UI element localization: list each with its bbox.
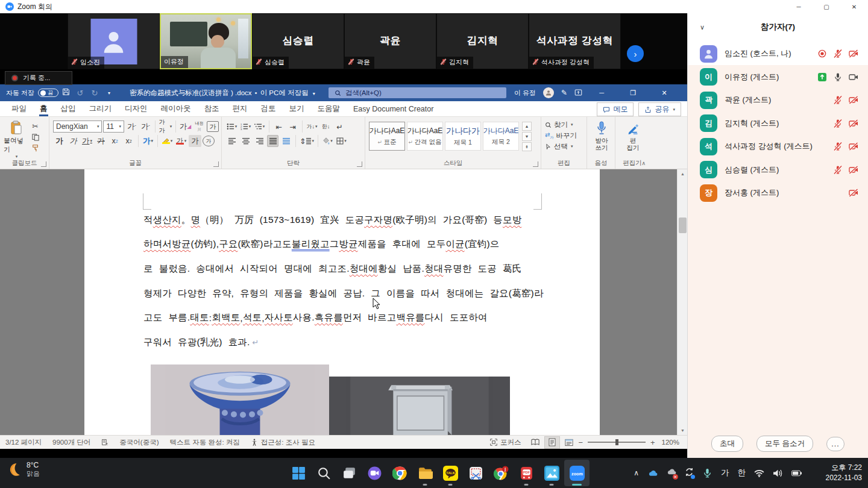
clipboard-dialog-launcher[interactable] <box>41 161 46 167</box>
camera-off-icon[interactable] <box>849 165 858 175</box>
autosave-toggle[interactable]: 자동 저장 끔 <box>6 89 58 98</box>
align-right-button[interactable] <box>253 135 266 147</box>
character-shading-button[interactable]: 가 <box>189 135 201 147</box>
zoom-level[interactable]: 120% <box>656 439 685 446</box>
zoom-slider-knob[interactable] <box>615 439 618 445</box>
zoom-in-icon[interactable]: + <box>650 438 655 447</box>
recording-indicator-icon[interactable] <box>817 49 827 58</box>
line-spacing-button[interactable]: ⇕▾ <box>299 135 315 147</box>
styles-scroll-up-icon[interactable]: ▲ <box>522 122 532 131</box>
mic-muted-icon[interactable] <box>833 119 843 128</box>
font-dialog-launcher[interactable] <box>213 161 219 167</box>
scrollbar-thumb[interactable] <box>679 217 687 233</box>
next-videos-button[interactable]: › <box>627 45 644 62</box>
quick-access-menu-icon[interactable]: ▾ <box>102 90 116 96</box>
taskbar-app-chat-icon[interactable] <box>362 460 387 486</box>
maximize-icon[interactable]: ▢ <box>813 0 840 13</box>
panel-collapse-icon[interactable]: ∨ <box>700 23 705 31</box>
italic-button[interactable]: 가 <box>67 135 80 147</box>
grow-font-button[interactable]: 가ˆ <box>125 120 138 133</box>
camera-off-icon[interactable] <box>849 49 858 58</box>
close-icon[interactable]: ✕ <box>840 0 868 13</box>
numbering-button[interactable]: 123▾ <box>239 120 252 133</box>
mic-on-icon[interactable] <box>833 72 843 82</box>
camera-on-icon[interactable] <box>849 72 858 82</box>
paragraph-dialog-launcher[interactable] <box>357 161 362 167</box>
word-minimize-icon[interactable]: ─ <box>590 84 614 101</box>
cut-button[interactable]: ✂ <box>29 121 42 131</box>
sync-icon[interactable] <box>685 468 694 479</box>
text-autocomplete-indicator[interactable]: 텍스트 자동 완성: 켜짐 <box>165 438 245 447</box>
shrink-font-button[interactable]: 가ˇ <box>139 120 152 133</box>
focus-mode-button[interactable]: 포커스 <box>485 438 527 447</box>
document-image-white-pot[interactable] <box>329 377 510 435</box>
search-input[interactable]: 검색(Alt+Q) <box>329 87 506 98</box>
tab-홈[interactable]: 홈 <box>33 101 54 116</box>
tab-도움말[interactable]: 도움말 <box>311 101 347 116</box>
weather-widget[interactable]: 8°C 맑음 <box>6 461 40 478</box>
zoom-out-icon[interactable]: − <box>578 438 583 447</box>
paste-button[interactable]: 붙여넣기 ▾ <box>4 120 29 159</box>
word-restore-icon[interactable]: ❐ <box>621 84 645 101</box>
find-button[interactable]: 찾기▾ <box>545 119 584 130</box>
taskbar-app-explorer-icon[interactable] <box>412 460 438 486</box>
dictate-button[interactable]: 받아 쓰기 <box>591 119 612 151</box>
taskbar-app-pdf-icon[interactable]: PDF <box>514 460 539 486</box>
taskbar-app-zoom-icon[interactable]: zoom <box>564 460 590 486</box>
underline-button[interactable]: 가▾ <box>81 135 93 147</box>
document-title[interactable]: 密系的命题模式与标准(汉语拼音 ) .docx•이 PC에 저장됨 ▾ <box>130 89 315 98</box>
taskbar-clock[interactable]: 오후 7:22 2022-11-03 <box>826 463 863 483</box>
tray-mic-icon[interactable] <box>702 468 712 478</box>
document-line[interactable]: 로 불렀음. 송대에서 시작되어 명대에 최고조. 청대에 황실 납품. 청대 … <box>143 257 536 281</box>
format-painter-button[interactable] <box>29 143 42 153</box>
participant-row[interactable]: 임소진 (호스트, 나) <box>688 42 868 66</box>
taskbar-app-chrome-icon[interactable] <box>387 460 412 486</box>
tab-편지[interactable]: 편지 <box>226 101 254 116</box>
tab-검토[interactable]: 검토 <box>254 101 283 116</box>
tab-삽입[interactable]: 삽입 <box>54 101 83 116</box>
accessibility-status[interactable]: 접근성: 조사 필요 <box>245 438 321 447</box>
document-line[interactable]: 적 생산지。 명 （明） 万厉 (1573~1619) 宜兴 도공 구자명(欧子… <box>143 208 536 233</box>
scroll-down-icon[interactable]: ▼ <box>678 426 687 435</box>
style-card[interactable]: 가나다AaE제목 2 <box>483 122 519 151</box>
document-line[interactable]: 구워서 유광(乳光) 효과.↵ <box>143 330 536 355</box>
document-line[interactable]: 고도 부름. 태토: 회백토, 석토, 자사토 사용. 흑유를 먼저 바르고 백… <box>143 305 536 330</box>
document-line[interactable]: 형제가 다양한 유약, 유형의 제품을 황실에 공납. 그 이름을 따서 청대에… <box>143 281 536 306</box>
taskbar-app-photos-icon[interactable] <box>539 460 564 486</box>
more-options-button[interactable]: ... <box>826 437 844 451</box>
wifi-icon[interactable] <box>754 468 764 478</box>
justify-button[interactable] <box>267 135 278 147</box>
participant-row[interactable]: 석석사과정 강성혁 (게스트) <box>688 135 868 158</box>
mic-muted-icon[interactable] <box>833 95 843 105</box>
participant-row[interactable]: 이이유정 (게스트) <box>688 66 868 89</box>
subscript-button[interactable]: x2 <box>108 135 121 147</box>
styles-gallery-more-icon[interactable]: ⇟ <box>522 142 532 151</box>
print-layout-button[interactable] <box>544 436 560 449</box>
share-button[interactable]: 공유 ▾ <box>638 102 681 116</box>
ime-mode-a[interactable]: 가 <box>721 468 729 478</box>
scroll-up-icon[interactable]: ▲ <box>678 169 687 178</box>
participant-row[interactable]: 심심승렬 (게스트) <box>688 158 868 182</box>
borders-button[interactable]: ▾ <box>335 135 348 147</box>
redo-icon[interactable]: ↻ <box>87 89 102 98</box>
strikethrough-button[interactable]: 가 <box>95 135 107 147</box>
account-name[interactable]: 이 유정 <box>514 89 536 98</box>
video-tile[interactable]: 김지혁김지혁 <box>436 13 529 69</box>
save-icon[interactable] <box>58 88 73 98</box>
word-close-icon[interactable]: ✕ <box>652 84 676 101</box>
taskbar-app-snip-icon[interactable] <box>463 460 488 486</box>
proofing-icon[interactable] <box>96 439 114 446</box>
tab-Easy Document Creator[interactable]: Easy Document Creator <box>347 101 440 116</box>
document-image-blue-vase[interactable] <box>151 364 329 435</box>
minimize-icon[interactable]: ─ <box>785 0 813 13</box>
ime-mode-han[interactable]: 한 <box>738 468 746 478</box>
screen-share-icon[interactable] <box>817 72 827 82</box>
mic-muted-icon[interactable] <box>833 142 843 151</box>
increase-indent-button[interactable]: ⇥ <box>286 120 299 133</box>
tab-디자인[interactable]: 디자인 <box>118 101 154 116</box>
collapse-ribbon-icon[interactable]: ∧ <box>641 160 646 166</box>
video-tile[interactable]: 이유정 <box>160 13 252 69</box>
tray-overflow-icon[interactable]: ∧ <box>634 469 639 477</box>
vertical-scrollbar[interactable]: ▲ ▼ <box>677 169 687 435</box>
cloud-sync-error-icon[interactable]: ✕ <box>666 468 676 478</box>
